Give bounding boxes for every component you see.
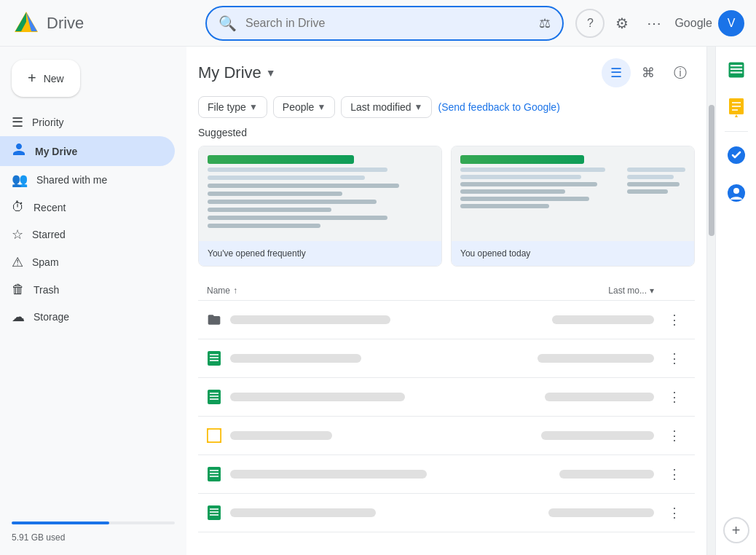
table-row[interactable]: ⋮ bbox=[198, 417, 695, 455]
svg-rect-21 bbox=[210, 476, 218, 477]
sidebar-item-storage[interactable]: ☁ Storage bbox=[0, 303, 175, 331]
app-icon-keep[interactable] bbox=[722, 93, 751, 122]
apps-grid-icon: ⋯ bbox=[647, 15, 661, 32]
more-options-button[interactable]: ⋮ bbox=[663, 501, 686, 524]
storage-icon: ☁ bbox=[12, 309, 25, 325]
last-modified-chip[interactable]: Last modified ▼ bbox=[341, 96, 432, 118]
grid-view-button[interactable]: ⌘ bbox=[634, 58, 663, 87]
svg-rect-12 bbox=[210, 393, 218, 394]
col-modified-header[interactable]: Last mo... ▾ bbox=[508, 286, 654, 296]
file-name-blur bbox=[230, 393, 405, 401]
feedback-link[interactable]: (Send feedback to Google) bbox=[438, 101, 559, 113]
grid-view-icon: ⌘ bbox=[642, 65, 655, 81]
sidebar-item-spam[interactable]: ⚠ Spam bbox=[0, 248, 175, 276]
table-row[interactable]: ⋮ bbox=[198, 494, 695, 532]
svg-point-37 bbox=[733, 188, 739, 194]
file-modified-blur bbox=[548, 508, 654, 517]
sidebar-item-shared[interactable]: 👥 Shared with me bbox=[0, 166, 175, 194]
storage-info: 5.91 GB used bbox=[0, 510, 186, 549]
file-modified-area bbox=[508, 315, 654, 324]
add-app-button[interactable]: + bbox=[723, 517, 749, 543]
sidebar-item-my-drive[interactable]: My Drive bbox=[0, 136, 175, 166]
sheets-icon bbox=[207, 390, 221, 404]
more-options-button[interactable]: ⋮ bbox=[663, 347, 686, 370]
help-icon: ? bbox=[587, 17, 594, 30]
list-header: Name ↑ Last mo... ▾ bbox=[198, 281, 695, 301]
avatar[interactable]: V bbox=[718, 10, 744, 36]
table-row[interactable]: ⋮ bbox=[198, 455, 695, 494]
drive-content-header: My Drive ▼ ☰ ⌘ ⓘ bbox=[186, 47, 706, 127]
svg-rect-23 bbox=[210, 508, 218, 510]
scrollable-content[interactable]: Suggested bbox=[186, 127, 706, 555]
scrollbar-thumb[interactable] bbox=[709, 105, 714, 236]
app-icon-tasks[interactable] bbox=[722, 141, 751, 170]
app-icon-sheets[interactable] bbox=[722, 55, 751, 84]
svg-rect-16 bbox=[208, 430, 220, 441]
search-bar[interactable]: 🔍 ⚖ bbox=[205, 6, 564, 41]
file-type-chip[interactable]: File type ▼ bbox=[198, 96, 267, 118]
shared-icon: 👥 bbox=[12, 172, 28, 188]
recent-icon: ⏱ bbox=[12, 200, 25, 215]
file-modified-blur bbox=[552, 315, 654, 324]
search-input[interactable] bbox=[245, 17, 530, 30]
file-name-area bbox=[230, 431, 500, 440]
app-icon-contacts[interactable] bbox=[722, 178, 751, 208]
sidebar-item-label-my-drive: My Drive bbox=[35, 146, 77, 157]
svg-rect-20 bbox=[210, 473, 218, 474]
settings-icon: ⚙ bbox=[615, 15, 629, 32]
table-row[interactable]: ⋮ bbox=[198, 301, 695, 339]
sheets-icon bbox=[207, 351, 221, 366]
storage-bar-fill bbox=[12, 521, 109, 524]
svg-rect-13 bbox=[210, 395, 218, 397]
card-label-0: You've opened frequently bbox=[199, 241, 441, 266]
sheets-icon bbox=[207, 505, 221, 520]
more-options-button[interactable]: ⋮ bbox=[663, 385, 686, 409]
sidebar-item-label-shared: Shared with me bbox=[36, 174, 107, 186]
settings-button[interactable]: ⚙ bbox=[607, 9, 637, 38]
add-icon: + bbox=[732, 522, 741, 539]
file-type-label: File type bbox=[208, 101, 246, 113]
spam-icon: ⚠ bbox=[12, 254, 23, 270]
search-filter-icon[interactable]: ⚖ bbox=[539, 15, 551, 31]
svg-rect-19 bbox=[210, 470, 218, 471]
suggested-grid: You've opened frequently bbox=[198, 146, 695, 267]
more-options-button[interactable]: ⋮ bbox=[663, 308, 686, 331]
info-icon: ⓘ bbox=[674, 64, 687, 82]
svg-rect-8 bbox=[210, 354, 218, 355]
table-row[interactable]: ⋮ bbox=[198, 378, 695, 417]
list-view-button[interactable]: ☰ bbox=[602, 58, 631, 87]
file-modified-area bbox=[508, 354, 654, 363]
google-logo-text: Google bbox=[674, 17, 712, 30]
header-right: ? ⚙ ⋯ Google V bbox=[575, 9, 744, 38]
more-options-button[interactable]: ⋮ bbox=[663, 462, 686, 486]
file-name-blur bbox=[230, 315, 390, 324]
info-button[interactable]: ⓘ bbox=[666, 58, 695, 87]
main-content: My Drive ▼ ☰ ⌘ ⓘ bbox=[186, 47, 706, 555]
help-button[interactable]: ? bbox=[575, 9, 605, 38]
people-label: People bbox=[283, 101, 315, 113]
svg-rect-9 bbox=[210, 357, 218, 358]
apps-button[interactable]: ⋯ bbox=[639, 9, 669, 38]
sidebar-item-trash[interactable]: 🗑 Trash bbox=[0, 276, 175, 303]
col-name-header[interactable]: Name ↑ bbox=[207, 286, 508, 296]
table-row[interactable]: ⋮ bbox=[198, 339, 695, 378]
file-modified-area bbox=[508, 431, 654, 440]
sidebar-item-recent[interactable]: ⏱ Recent bbox=[0, 194, 175, 221]
file-name-blur bbox=[230, 354, 361, 363]
suggested-card-0[interactable]: You've opened frequently bbox=[198, 146, 442, 267]
logo-area: Drive bbox=[12, 9, 194, 38]
suggested-card-1[interactable]: You opened today bbox=[451, 146, 695, 267]
sidebar-item-starred[interactable]: ☆ Starred bbox=[0, 221, 175, 248]
sheets-icon bbox=[207, 467, 221, 481]
modified-col-label: Last mo... bbox=[608, 286, 647, 296]
drive-title-button[interactable]: My Drive ▼ bbox=[198, 63, 276, 82]
sidebar-item-priority[interactable]: ☰ Priority bbox=[0, 109, 175, 136]
sidebar-item-label-recent: Recent bbox=[34, 202, 66, 213]
more-options-button[interactable]: ⋮ bbox=[663, 424, 686, 447]
apps-panel: + bbox=[715, 47, 756, 555]
file-name-blur bbox=[230, 470, 427, 479]
new-button[interactable]: + New bbox=[12, 60, 80, 97]
people-chip[interactable]: People ▼ bbox=[273, 96, 335, 118]
scrollbar[interactable] bbox=[706, 47, 715, 555]
file-name-blur bbox=[230, 508, 376, 517]
